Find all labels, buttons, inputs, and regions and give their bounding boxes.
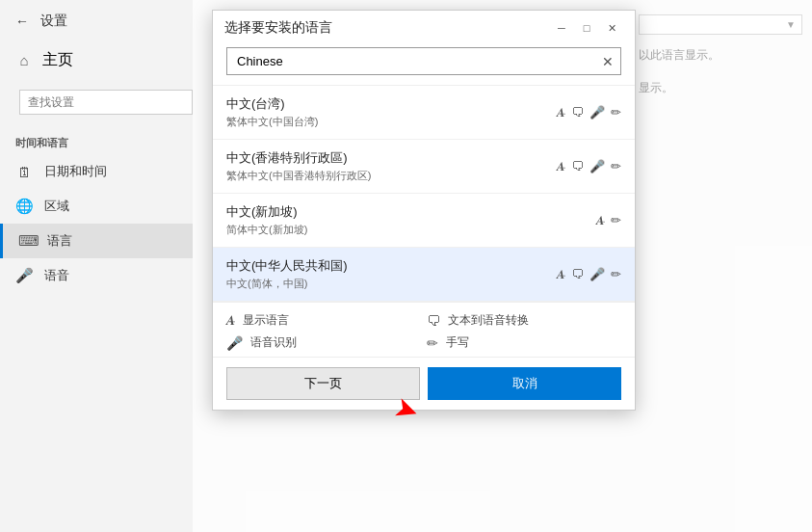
- handwrite-icon-sg: ✏: [611, 213, 621, 227]
- lang-icons-sg: 𝑨̶ ✏: [596, 213, 621, 228]
- legend-tts: 🗨 文本到语音转换: [427, 312, 621, 329]
- sidebar-item-region[interactable]: 🌐 区域: [0, 189, 193, 224]
- sidebar-item-language[interactable]: ⌨ 语言: [0, 224, 193, 258]
- lang-item-cn[interactable]: 中文(中华人民共和国) 中文(简体，中国) 𝑨̶ 🗨 🎤 ✏: [213, 248, 635, 302]
- tts-icon-cn: 🗨: [571, 267, 584, 281]
- home-nav-item[interactable]: ⌂ 主页: [0, 42, 193, 78]
- search-row: [0, 78, 193, 126]
- modal-controls: ─ □ ✕: [550, 18, 623, 38]
- settings-search-input[interactable]: [19, 90, 193, 115]
- close-button[interactable]: ✕: [600, 18, 623, 38]
- lang-item-hk[interactable]: 中文(香港特别行政區) 繁体中文(中国香港特别行政区) 𝑨̶ 🗨 🎤 ✏: [213, 140, 635, 194]
- section-label: 时间和语言: [0, 126, 193, 154]
- region-label: 区域: [44, 198, 69, 215]
- handwrite-icon-taiwan: ✏: [611, 105, 621, 120]
- display-icon-taiwan: 𝑨̶: [557, 105, 565, 120]
- modal-search-row: ✕: [213, 41, 635, 85]
- language-list: 中文(台湾) 繁体中文(中国台湾) 𝑨̶ 🗨 🎤 ✏ 中文(香港特别行政區) 繁…: [213, 85, 635, 302]
- datetime-label: 日期和时间: [44, 163, 107, 180]
- display-icon-hk: 𝑨̶: [557, 159, 565, 174]
- handwrite-icon-cn: ✏: [611, 267, 621, 281]
- legend-handwrite-icon: ✏: [427, 335, 438, 351]
- clear-search-button[interactable]: ✕: [602, 54, 614, 69]
- lang-item-taiwan[interactable]: 中文(台湾) 繁体中文(中国台湾) 𝑨̶ 🗨 🎤 ✏: [213, 86, 635, 140]
- language-icon: ⌨: [18, 232, 36, 250]
- legend-handwrite: ✏ 手写: [427, 334, 621, 351]
- lang-icons-hk: 𝑨̶ 🗨 🎤 ✏: [557, 159, 621, 174]
- next-button[interactable]: 下一页: [226, 367, 420, 400]
- home-label: 主页: [42, 50, 73, 70]
- speech-icon-cn: 🎤: [589, 267, 605, 281]
- search-wrapper: ✕: [226, 47, 621, 75]
- modal-footer: 下一页 取消: [213, 357, 635, 410]
- tts-icon-hk: 🗨: [571, 159, 584, 173]
- legend-handwrite-label: 手写: [446, 334, 469, 351]
- legend-display-icon: 𝑨̶: [226, 312, 235, 329]
- region-icon: 🌐: [15, 198, 33, 215]
- speech-icon-hk: 🎤: [589, 159, 605, 173]
- handwrite-icon-hk: ✏: [611, 159, 621, 173]
- home-icon: ⌂: [15, 52, 33, 68]
- legend-tts-label: 文本到语音转换: [448, 312, 529, 329]
- legend-row: 𝑨̶ 显示语言 🗨 文本到语音转换 🎤 语音识别 ✏ 手写: [213, 302, 635, 357]
- main-content: ▼ 以此语言显示。 显示。 选择要安装的语言 ─ □ ✕ ✕ 中文(台湾) 繁: [193, 0, 812, 532]
- sidebar: ← 设置 ⌂ 主页 时间和语言 🗓 日期和时间 🌐 区域 ⌨ 语言 🎤 语音: [0, 0, 193, 532]
- sidebar-header: ← 设置: [0, 0, 193, 42]
- legend-tts-icon: 🗨: [427, 313, 440, 329]
- maximize-button[interactable]: □: [575, 18, 598, 38]
- language-label: 语言: [47, 232, 72, 250]
- tts-icon-taiwan: 🗨: [571, 105, 584, 120]
- display-icon-cn: 𝑨̶: [557, 267, 565, 282]
- back-button[interactable]: ←: [12, 10, 33, 33]
- language-search-input[interactable]: [226, 47, 621, 75]
- display-icon-sg: 𝑨̶: [596, 213, 605, 228]
- settings-title: 设置: [40, 13, 67, 30]
- language-install-modal: 选择要安装的语言 ─ □ ✕ ✕ 中文(台湾) 繁体中文(中国台湾) 𝑨̶ 🗨: [212, 10, 636, 411]
- datetime-icon: 🗓: [15, 164, 33, 180]
- legend-speech: 🎤 语音识别: [226, 334, 421, 351]
- lang-name-sg: 中文(新加坡): [226, 203, 621, 221]
- speech-icon-taiwan: 🎤: [589, 105, 605, 120]
- sidebar-item-speech[interactable]: 🎤 语音: [0, 258, 193, 293]
- speech-icon: 🎤: [15, 267, 33, 284]
- modal-title: 选择要安装的语言: [224, 19, 332, 37]
- lang-item-sg[interactable]: 中文(新加坡) 简体中文(新加坡) 𝑨̶ ✏: [213, 194, 635, 248]
- lang-icons-taiwan: 𝑨̶ 🗨 🎤 ✏: [557, 105, 621, 120]
- legend-speech-icon: 🎤: [226, 335, 243, 351]
- legend-display: 𝑨̶ 显示语言: [226, 312, 421, 329]
- cancel-button[interactable]: 取消: [428, 367, 621, 400]
- modal-titlebar: 选择要安装的语言 ─ □ ✕: [213, 11, 635, 41]
- legend-speech-label: 语音识别: [250, 334, 297, 351]
- lang-sub-sg: 简体中文(新加坡): [226, 223, 621, 237]
- speech-label: 语音: [44, 267, 69, 284]
- lang-icons-cn: 𝑨̶ 🗨 🎤 ✏: [557, 267, 621, 282]
- sidebar-item-datetime[interactable]: 🗓 日期和时间: [0, 154, 193, 189]
- minimize-button[interactable]: ─: [550, 18, 573, 38]
- legend-display-label: 显示语言: [243, 312, 289, 329]
